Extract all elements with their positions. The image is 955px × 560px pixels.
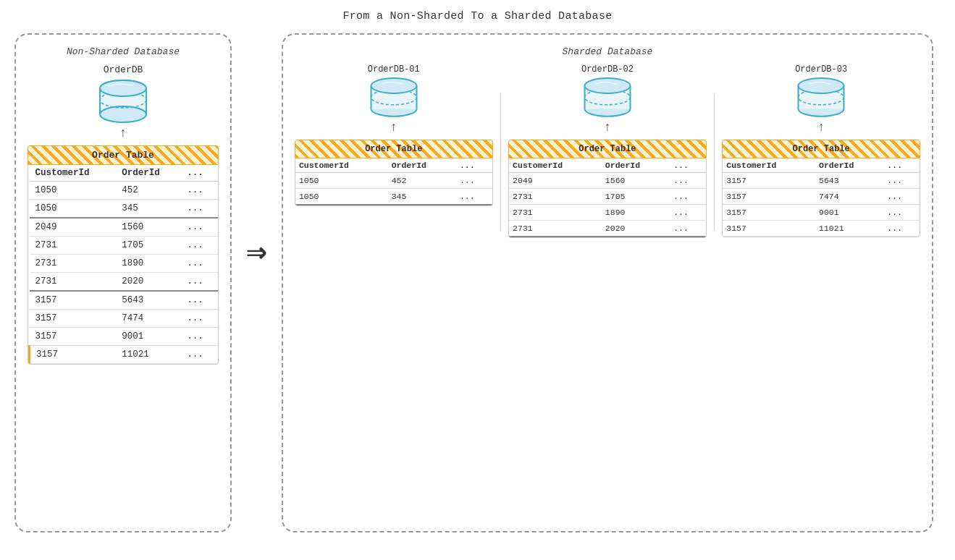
- table-row: 31579001...: [723, 205, 920, 221]
- cell-dots: ...: [181, 182, 218, 200]
- svg-point-4: [100, 106, 146, 122]
- non-sharded-order-table-header: Order Table: [28, 145, 219, 165]
- cell-dots: ...: [181, 328, 218, 346]
- shard-col-...: ...: [670, 158, 706, 173]
- shard-db-name-0: OrderDB-01: [368, 64, 420, 75]
- page-title: From a Non-Sharded To a Sharded Database: [0, 0, 955, 22]
- svg-point-24: [799, 78, 844, 93]
- table-row: 31575643...: [723, 173, 920, 189]
- cell-orderid: 5643: [815, 173, 883, 189]
- svg-point-12: [371, 78, 416, 93]
- table-row: 27311705...: [509, 189, 706, 205]
- table-row: 20491560...: [30, 218, 219, 237]
- shard-col-...: ...: [456, 158, 492, 173]
- shard-table-header-2: Order Table: [722, 140, 920, 158]
- sharded-label: Sharded Database: [295, 46, 920, 57]
- shard-arrow-up-2: ↑: [817, 121, 825, 134]
- main-container: Non-Sharded Database OrderDB ↑: [0, 26, 955, 540]
- shard-arrow-up-0: ↑: [390, 121, 397, 134]
- arrow-right-container: ⇒: [246, 33, 267, 271]
- cell-customerid: 2731: [509, 189, 602, 205]
- shard-cylinder-1: [582, 77, 633, 119]
- cell-customerid: 3157: [723, 189, 815, 205]
- cell-orderid: 11021: [116, 346, 181, 364]
- shard-cylinder-2: [796, 77, 846, 119]
- cell-dots: ...: [181, 273, 218, 292]
- cell-customerid: 3157: [723, 205, 815, 221]
- cell-customerid: 3157: [30, 310, 117, 328]
- cell-orderid: 1890: [602, 205, 670, 221]
- cell-dots: ...: [670, 205, 706, 221]
- non-sharded-label: Non-Sharded Database: [28, 46, 219, 57]
- cell-orderid: 452: [388, 173, 456, 189]
- shard-header-row-2: CustomerIdOrderId...: [723, 158, 920, 173]
- cell-customerid: 3157: [30, 346, 117, 364]
- cell-dots: ...: [456, 173, 492, 189]
- non-sharded-table-wrapper: CustomerId OrderId ... 1050452...1050345…: [28, 165, 219, 365]
- cell-customerid: 2049: [509, 173, 602, 189]
- table-row: 1050452...: [295, 173, 492, 189]
- table-row: 27312020...: [509, 221, 706, 237]
- non-sharded-db-container: OrderDB ↑: [28, 64, 219, 141]
- shard-db-container-2: OrderDB-03 ↑: [722, 64, 920, 135]
- cell-customerid: 1050: [30, 182, 117, 200]
- cell-orderid: 7474: [815, 189, 883, 205]
- cell-customerid: 3157: [723, 221, 815, 237]
- table-row: 31577474...: [723, 189, 920, 205]
- cell-orderid: 7474: [116, 310, 181, 328]
- cell-orderid: 2020: [116, 273, 181, 292]
- cell-orderid: 2020: [602, 221, 670, 237]
- sharded-outer-box: Sharded Database OrderDB-01 ↑Order Table…: [282, 33, 933, 533]
- non-sharded-table-header-row: CustomerId OrderId ...: [30, 165, 219, 182]
- cell-customerid: 2049: [30, 218, 117, 237]
- shard-db-name-1: OrderDB-02: [581, 64, 634, 75]
- cell-orderid: 1560: [602, 173, 670, 189]
- shard-header-row-0: CustomerIdOrderId...: [295, 158, 492, 173]
- table-row: 315711021...: [30, 346, 219, 364]
- cell-dots: ...: [181, 200, 218, 219]
- cell-orderid: 1705: [116, 237, 181, 255]
- cell-dots: ...: [883, 189, 920, 205]
- cell-customerid: 3157: [723, 173, 815, 189]
- shard-col-customerid: CustomerId: [295, 158, 388, 173]
- table-row: 27311705...: [30, 237, 219, 255]
- cell-orderid: 9001: [815, 205, 883, 221]
- shard-data-table-1: CustomerIdOrderId...20491560...27311705.…: [509, 158, 706, 237]
- transform-arrow: ⇒: [246, 236, 267, 271]
- cell-customerid: 2731: [30, 273, 117, 292]
- cell-customerid: 2731: [509, 205, 602, 221]
- table-row: 1050345...: [295, 189, 492, 205]
- shard-data-table-2: CustomerIdOrderId...31575643...31577474.…: [723, 158, 920, 237]
- cell-dots: ...: [181, 255, 218, 273]
- shard-col-orderid: OrderId: [388, 158, 456, 173]
- shard-col-customerid: CustomerId: [723, 158, 815, 173]
- cell-orderid: 11021: [815, 221, 883, 237]
- shard-cylinder-0: [369, 77, 419, 119]
- non-sharded-box: Non-Sharded Database OrderDB ↑: [14, 33, 232, 533]
- shard-arrow-up-1: ↑: [604, 121, 612, 134]
- col-orderid: OrderId: [116, 165, 181, 182]
- table-row: 27312020...: [30, 273, 219, 292]
- shard-db-container-1: OrderDB-02 ↑: [508, 64, 707, 135]
- cell-orderid: 1890: [116, 255, 181, 273]
- cell-orderid: 1560: [116, 218, 181, 237]
- sharded-inner: OrderDB-01 ↑Order TableCustomerIdOrderId…: [295, 64, 920, 238]
- cell-dots: ...: [181, 218, 218, 237]
- cell-dots: ...: [181, 237, 218, 255]
- cell-customerid: 2731: [509, 221, 602, 237]
- shard-col-orderid: OrderId: [602, 158, 670, 173]
- cell-customerid: 3157: [30, 328, 117, 346]
- cell-dots: ...: [883, 205, 920, 221]
- table-row: 20491560...: [509, 173, 706, 189]
- shard-table-wrapper-1: CustomerIdOrderId...20491560...27311705.…: [508, 158, 707, 238]
- table-row: 31577474...: [30, 310, 219, 328]
- shard-column-1: OrderDB-02 ↑Order TableCustomerIdOrderId…: [508, 64, 707, 238]
- shard-table-wrapper-0: CustomerIdOrderId...1050452...1050345...: [295, 158, 493, 206]
- non-sharded-data-table: CustomerId OrderId ... 1050452...1050345…: [28, 165, 218, 364]
- shard-column-0: OrderDB-01 ↑Order TableCustomerIdOrderId…: [295, 64, 493, 238]
- cell-customerid: 1050: [295, 189, 388, 205]
- shard-column-2: OrderDB-03 ↑Order TableCustomerIdOrderId…: [722, 64, 920, 238]
- cell-customerid: 2731: [30, 255, 117, 273]
- shard-table-wrapper-2: CustomerIdOrderId...31575643...31577474.…: [722, 158, 920, 237]
- table-row: 31579001...: [30, 328, 219, 346]
